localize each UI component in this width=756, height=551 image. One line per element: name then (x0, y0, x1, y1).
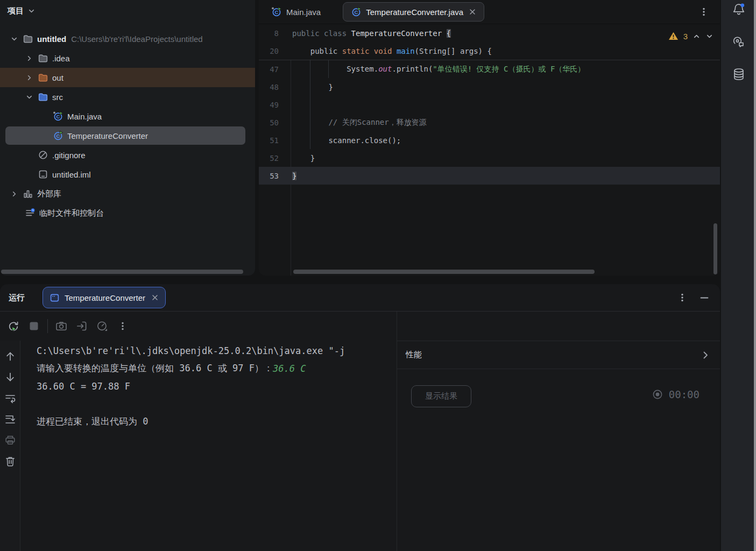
rerun-button[interactable] (6, 319, 20, 333)
tree-item-untitled[interactable]: untitledC:\Users\b're'ri'l\IdeaProjects\… (0, 29, 255, 48)
run-options-kebab-icon[interactable] (678, 293, 687, 302)
inspections-widget[interactable]: 3 (668, 31, 713, 41)
close-icon[interactable] (469, 8, 476, 16)
java-class-icon: C (351, 6, 362, 17)
scratches-icon (24, 208, 37, 218)
scroll-up-button[interactable] (3, 349, 17, 363)
project-folder-icon (22, 33, 34, 44)
tree-item-out[interactable]: out (0, 68, 255, 87)
scroll-to-end-button[interactable] (3, 412, 17, 426)
editor-tab-main-java[interactable]: CMain.java (263, 2, 329, 22)
console-line-5: 进程已结束，退出代码为 0 (37, 413, 397, 430)
minimize-icon[interactable] (700, 293, 709, 302)
attach-console-button[interactable] (75, 319, 89, 333)
close-icon[interactable] (151, 294, 159, 301)
ignored-file-icon (37, 150, 50, 160)
tree-item-src[interactable]: src (0, 87, 255, 107)
code-line-48[interactable]: 48 } (259, 78, 720, 96)
code-text: } (291, 154, 315, 163)
run-panel-body: C:\Users\b're'ri'l\.jdks\openjdk-25.0.2\… (0, 312, 720, 551)
tree-item-label: Main.java (67, 112, 102, 121)
line-number: 52 (259, 154, 291, 163)
console-line-2: 请输入要转换的温度与单位（例如 36.6 C 或 97 F）：36.6 C (37, 359, 397, 377)
console-icon (50, 293, 60, 303)
chevron-down-icon[interactable] (6, 35, 22, 43)
performance-header[interactable]: 性能 (397, 341, 720, 369)
console-gutter (0, 341, 20, 551)
next-problem-chevron-down-icon[interactable] (705, 32, 713, 40)
code-line-53[interactable]: 53} (259, 167, 720, 185)
previous-problem-chevron-up-icon[interactable] (693, 32, 701, 40)
code-line-51[interactable]: 51 scanner.close(); (259, 131, 720, 149)
console-line-1: C:\Users\b're'ri'l\.jdks\openjdk-25.0.2\… (37, 342, 397, 359)
tree-item-untitled-iml[interactable]: untitled.iml (0, 165, 255, 184)
project-tree: untitledC:\Users\b're'ri'l\IdeaProjects\… (0, 22, 255, 223)
code-lines: 47 System.out.println("单位错误! 仅支持 C（摄氏）或 … (259, 60, 720, 185)
console-output[interactable]: C:\Users\b're'ri'l\.jdks\openjdk-25.0.2\… (20, 341, 397, 551)
code-area[interactable]: 8public class TemperatureConverter {20 p… (259, 24, 720, 276)
svg-text:C: C (56, 133, 60, 139)
soft-wrap-button[interactable] (3, 391, 17, 405)
editor-tab-temperatureconverter-java[interactable]: CTemperatureConverter.java (343, 2, 484, 22)
line-number: 47 (259, 65, 291, 74)
stop-button[interactable] (27, 319, 41, 333)
line-number: 51 (259, 136, 291, 145)
right-tool-stripe (721, 0, 756, 551)
screen-edge (754, 0, 756, 551)
code-text: public static void main(String[] args) { (291, 47, 492, 55)
tree-item-label: 临时文件和控制台 (39, 208, 104, 218)
chevron-down-icon[interactable] (22, 93, 37, 101)
tree-item-path: C:\Users\b're'ri'l\IdeaProjects\untitled (71, 34, 203, 44)
code-text: public class TemperatureConverter { (291, 29, 451, 38)
project-panel-title[interactable]: 项目 (8, 6, 24, 16)
code-line-50[interactable]: 50 // 关闭Scanner，释放资源 (259, 114, 720, 131)
ide-window: 项目 untitledC:\Users\b're'ri'l\IdeaProjec… (0, 0, 756, 551)
code-line-20[interactable]: 20 public static void main(String[] args… (259, 42, 720, 60)
run-tab-temperatureconverter[interactable]: TemperatureConverter (43, 287, 166, 308)
tree-item-label: .idea (52, 54, 70, 63)
notifications-button[interactable] (729, 0, 748, 19)
performance-body: 显示结果 00:00 (397, 369, 720, 407)
code-text: scanner.close(); (291, 136, 401, 145)
tree-item-main-java[interactable]: CMain.java (0, 107, 255, 126)
code-line-47[interactable]: 47 System.out.println("单位错误! 仅支持 C（摄氏）或 … (259, 60, 720, 78)
editor-area: CMain.javaCTemperatureConverter.java 8pu… (259, 0, 720, 276)
thread-dump-camera-button[interactable] (54, 319, 68, 333)
tree-item-临时文件和控制台[interactable]: 临时文件和控制台 (0, 203, 255, 223)
run-panel-title[interactable]: 运行 (9, 293, 25, 303)
chevron-right-icon[interactable] (6, 190, 22, 198)
chevron-right-icon[interactable] (22, 74, 37, 82)
timer: 00:00 (652, 388, 700, 400)
chevron-down-icon[interactable] (27, 7, 36, 15)
project-panel-hscrollbar-thumb[interactable] (1, 270, 243, 274)
tree-item-label: untitled.iml (52, 170, 91, 179)
java-class-icon: C (52, 130, 65, 141)
more-options-kebab-icon[interactable] (116, 319, 130, 333)
editor-tab-label: Main.java (286, 8, 321, 17)
tree-item-idea[interactable]: .idea (0, 48, 255, 68)
iml-file-icon (37, 169, 50, 180)
code-line-8[interactable]: 8public class TemperatureConverter { (259, 24, 720, 42)
chevron-right-icon[interactable] (701, 350, 710, 360)
editor-vscrollbar-thumb[interactable] (713, 223, 717, 274)
sticky-lines: 8public class TemperatureConverter {20 p… (259, 24, 720, 60)
tree-item-外部库[interactable]: 外部库 (0, 184, 255, 203)
scroll-down-button[interactable] (3, 370, 17, 384)
tree-item-gitignore[interactable]: .gitignore (0, 145, 255, 165)
editor-hscrollbar-thumb[interactable] (293, 270, 595, 274)
chevron-right-icon[interactable] (22, 54, 37, 62)
tree-item-temperatureconverter[interactable]: CTemperatureConverter (0, 126, 255, 145)
record-icon (652, 388, 663, 400)
code-line-52[interactable]: 52 } (259, 149, 720, 167)
warning-count: 3 (683, 32, 688, 41)
ai-assistant-button[interactable] (729, 32, 748, 52)
show-results-button[interactable]: 显示结果 (411, 385, 471, 407)
profiler-gauge-button[interactable] (95, 319, 109, 333)
run-panel-header: 运行 TemperatureConverter (0, 284, 720, 312)
clear-console-button[interactable] (3, 454, 17, 468)
print-button[interactable] (3, 433, 17, 447)
project-panel-header[interactable]: 项目 (0, 0, 255, 22)
code-line-49[interactable]: 49 (259, 96, 720, 114)
database-button[interactable] (729, 65, 748, 84)
editor-options-kebab-icon[interactable] (700, 7, 708, 17)
